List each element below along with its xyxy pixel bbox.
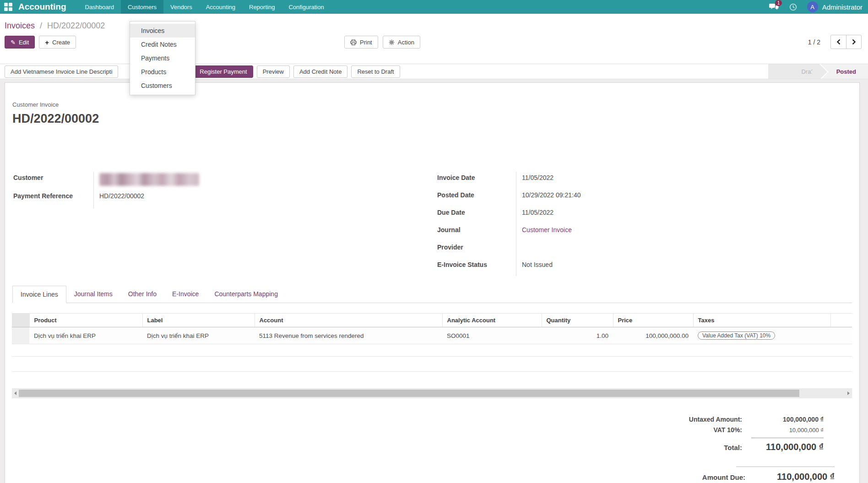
column-header-quantity[interactable]: Quantity (542, 314, 613, 327)
column-header-analytic-account[interactable]: Analytic Account (442, 314, 542, 327)
customer-value-redacted[interactable] (99, 173, 199, 186)
journal-value-link[interactable]: Customer Invoice (516, 224, 852, 241)
gear-icon (389, 39, 395, 45)
plus-icon: + (45, 38, 49, 46)
user-avatar: A (807, 1, 818, 12)
tab-other-info[interactable]: Other Info (120, 286, 164, 303)
chevron-right-icon (852, 39, 856, 45)
due-date-label: Due Date (436, 206, 516, 224)
invoice-number-title: HD/2022/00002 (12, 112, 852, 126)
breadcrumb-current: HD/2022/00002 (47, 21, 105, 30)
nav-item-reporting[interactable]: Reporting (242, 0, 282, 14)
scroll-left-arrow-icon[interactable] (14, 391, 16, 395)
preview-button[interactable]: Preview (257, 65, 290, 78)
user-name: Administrator (822, 3, 863, 11)
column-header-trailing (830, 314, 852, 327)
reset-to-draft-button[interactable]: Reset to Draft (351, 65, 400, 78)
app-title: Accounting (18, 2, 66, 12)
menu-item-products[interactable]: Products (130, 65, 195, 79)
tab-counterparts-mapping[interactable]: Counterparts Mapping (206, 286, 286, 303)
tab-invoice-lines[interactable]: Invoice Lines (12, 286, 66, 303)
tab-journal-items[interactable]: Journal Items (66, 286, 120, 303)
column-header-product[interactable]: Product (29, 314, 142, 327)
printer-icon (350, 39, 357, 45)
field-group-right: Invoice Date 11/05/2022 Posted Date 10/2… (432, 172, 852, 276)
payment-reference-value: HD/2022/00002 (93, 190, 432, 208)
cell-account: 5113 Revenue from services rendered (255, 327, 442, 344)
breadcrumb-separator: / (40, 21, 42, 30)
einvoice-status-label: E-Invoice Status (436, 259, 516, 276)
pager-previous-button[interactable] (831, 35, 846, 49)
print-button[interactable]: Print (344, 36, 378, 49)
row-handle-cell (12, 327, 29, 344)
activities-clock-icon[interactable] (789, 3, 797, 11)
tax-badge: Value Added Tax (VAT) 10% (698, 331, 775, 340)
register-payment-button[interactable]: Register Payment (194, 65, 253, 78)
due-date-value: 11/05/2022 (516, 206, 852, 224)
einvoice-status-value: Not Issued (516, 259, 852, 276)
totals-section: Untaxed Amount: 100,000,000 ₫ VAT 10%: 1… (12, 416, 852, 483)
nav-item-vendors[interactable]: Vendors (163, 0, 199, 14)
breadcrumb-invoices-link[interactable]: Invoices (5, 21, 35, 30)
total-label: Total: (724, 444, 742, 451)
pager-next-button[interactable] (846, 35, 861, 49)
add-vietnamese-description-button[interactable]: Add Vietnamese Invoice Line Descripti (5, 65, 118, 78)
invoice-date-value: 11/05/2022 (516, 172, 852, 189)
document-type-label: Customer Invoice (12, 101, 852, 108)
empty-table-row (12, 344, 852, 357)
nav-item-dashboard[interactable]: Dashboard (78, 0, 121, 14)
state-widget: Draft Posted (768, 64, 868, 79)
posted-date-label: Posted Date (436, 189, 516, 206)
column-header-account[interactable]: Account (255, 314, 442, 327)
messages-badge: 1 (775, 0, 782, 6)
amount-due-divider (736, 467, 835, 467)
nav-item-accounting[interactable]: Accounting (199, 0, 242, 14)
scrollbar-thumb[interactable] (19, 390, 799, 397)
total-value: 110,000,000 ₫ (742, 442, 824, 452)
add-credit-note-button[interactable]: Add Credit Note (293, 65, 348, 78)
invoice-form-sheet: Customer Invoice HD/2022/00002 Customer … (5, 82, 860, 483)
edit-button[interactable]: ✎ Edit (5, 36, 35, 49)
customer-label: Customer (12, 172, 93, 190)
nav-item-configuration[interactable]: Configuration (282, 0, 331, 14)
amount-due-label: Amount Due: (702, 473, 745, 481)
cell-price: 100,000,000.00 (613, 327, 693, 344)
action-button[interactable]: Action (383, 36, 420, 49)
scroll-right-arrow-icon[interactable] (847, 391, 850, 395)
column-header-label[interactable]: Label (142, 314, 255, 327)
breadcrumb: Invoices / HD/2022/00002 (5, 21, 105, 31)
totals-divider (751, 438, 824, 438)
cell-label: Dịch vụ triển khai ERP (142, 327, 255, 344)
customers-dropdown-menu: Invoices Credit Notes Payments Products … (130, 21, 195, 95)
vat-value: 10,000,000 ₫ (742, 427, 824, 434)
apps-grid-icon[interactable] (4, 3, 12, 11)
nav-item-customers[interactable]: Customers (121, 0, 163, 14)
journal-label: Journal (436, 224, 516, 241)
menu-item-payments[interactable]: Payments (130, 51, 195, 65)
state-arrow (820, 64, 831, 79)
table-header-row: Product Label Account Analytic Account Q… (12, 314, 852, 327)
chevron-left-icon (836, 39, 841, 45)
column-header-taxes[interactable]: Taxes (693, 314, 830, 327)
cell-analytic-account: SO0001 (442, 327, 542, 344)
messages-icon[interactable]: 1 (769, 3, 779, 11)
cell-product: Dịch vụ triển khai ERP (29, 327, 142, 344)
top-navbar: Accounting Dashboard Customers Vendors A… (0, 0, 868, 14)
menu-item-invoices[interactable]: Invoices (130, 24, 195, 38)
column-header-price[interactable]: Price (613, 314, 693, 327)
create-button[interactable]: + Create (39, 36, 76, 49)
vat-label: VAT 10%: (714, 426, 743, 434)
invoice-date-label: Invoice Date (436, 172, 516, 189)
notebook-tabs: Invoice Lines Journal Items Other Info E… (12, 285, 852, 303)
horizontal-scrollbar[interactable] (12, 388, 852, 398)
handle-column-header (12, 314, 29, 327)
menu-item-customers[interactable]: Customers (130, 79, 195, 92)
tab-e-invoice[interactable]: E-Invoice (164, 286, 206, 303)
cell-quantity: 1.00 (542, 327, 613, 344)
user-menu[interactable]: A Administrator (807, 1, 863, 12)
content-area: Customer Invoice HD/2022/00002 Customer … (0, 79, 868, 483)
nav-menu: Dashboard Customers Vendors Accounting R… (78, 0, 331, 14)
invoice-line-row[interactable]: Dịch vụ triển khai ERP Dịch vụ triển kha… (12, 327, 852, 344)
cell-taxes: Value Added Tax (VAT) 10% (693, 327, 830, 344)
menu-item-credit-notes[interactable]: Credit Notes (130, 38, 195, 51)
